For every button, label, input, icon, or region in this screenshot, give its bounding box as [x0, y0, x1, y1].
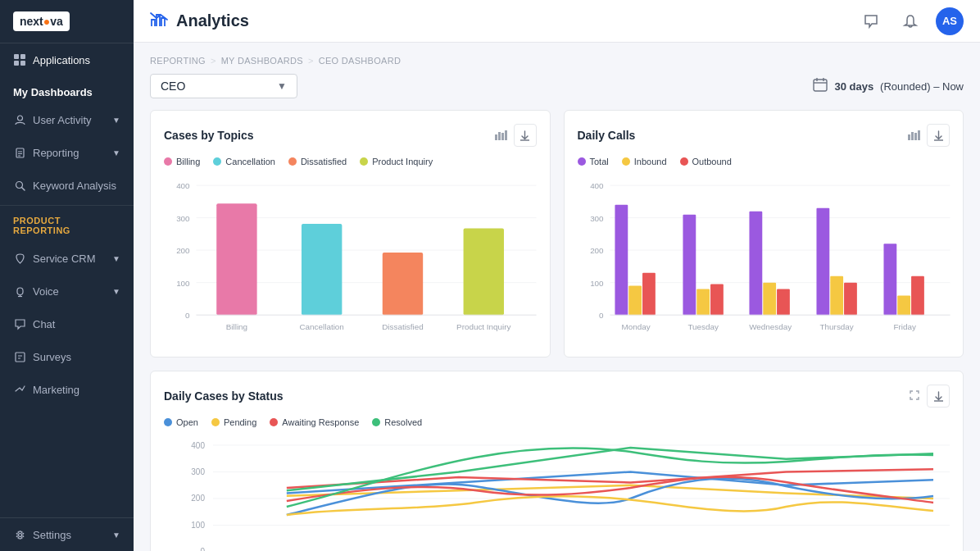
sidebar-item-chat[interactable]: Chat	[0, 307, 134, 340]
sidebar-item-applications[interactable]: Applications	[0, 43, 134, 76]
chevron-icon: ▼	[112, 287, 120, 296]
avatar[interactable]: AS	[936, 7, 964, 35]
chart-title: Daily Calls	[578, 129, 636, 142]
sidebar-item-label: Voice	[33, 285, 59, 298]
user-icon	[13, 113, 26, 126]
calendar-icon[interactable]	[813, 77, 828, 95]
svg-text:0: 0	[599, 311, 604, 320]
sidebar-item-label: Reporting	[33, 147, 79, 159]
sidebar-item-label: Service CRM	[33, 253, 96, 265]
svg-text:400: 400	[176, 181, 190, 190]
legend-label: Resolved	[384, 417, 422, 427]
legend-outbound: Outbound	[680, 157, 732, 166]
legend-dissatisfied: Dissatisfied	[288, 157, 347, 166]
content-area: REPORTING > MY DASHBOARDS > CEO DASHBOAR…	[134, 43, 980, 551]
chart-actions	[907, 124, 950, 147]
svg-rect-21	[495, 134, 497, 140]
svg-text:Cancellation: Cancellation	[299, 322, 343, 331]
svg-text:300: 300	[176, 214, 190, 223]
cases-by-topics-card: Cases by Topics Billing	[150, 110, 551, 357]
svg-rect-77	[897, 295, 910, 315]
legend-color	[578, 157, 586, 166]
sidebar-item-voice[interactable]: Voice ▼	[0, 275, 134, 307]
divider	[0, 205, 134, 206]
analytics-icon	[150, 10, 168, 32]
legend-pending: Pending	[211, 417, 256, 427]
svg-text:300: 300	[191, 467, 205, 476]
legend-cancellation: Cancellation	[213, 157, 275, 166]
svg-text:200: 200	[176, 246, 190, 255]
svg-text:Dissatisfied: Dissatisfied	[382, 322, 424, 331]
svg-text:Tuesday: Tuesday	[687, 322, 719, 331]
svg-text:Monday: Monday	[621, 322, 650, 331]
report-icon	[13, 146, 26, 159]
svg-rect-13	[16, 353, 25, 362]
legend-resolved: Resolved	[372, 417, 422, 427]
svg-text:Friday: Friday	[893, 322, 915, 331]
svg-rect-76	[883, 244, 896, 315]
legend-color	[270, 418, 278, 426]
legend-label: Awaiting Response	[282, 417, 359, 427]
sidebar-item-reporting[interactable]: Reporting ▼	[0, 136, 134, 169]
chat-button[interactable]	[857, 7, 885, 35]
download-button[interactable]	[927, 124, 950, 147]
svg-rect-69	[763, 283, 776, 316]
svg-rect-70	[777, 289, 790, 316]
sidebar-item-marketing[interactable]: Marketing	[0, 373, 134, 406]
svg-rect-74	[844, 283, 857, 316]
svg-text:400: 400	[191, 441, 205, 450]
svg-rect-36	[216, 203, 256, 315]
keyword-icon	[13, 179, 26, 192]
svg-rect-68	[749, 212, 762, 315]
svg-rect-23	[501, 133, 504, 140]
download-button[interactable]	[927, 385, 950, 408]
sidebar-item-settings[interactable]: Settings ▼	[0, 518, 134, 551]
sidebar-item-surveys[interactable]: Surveys	[0, 340, 134, 373]
sidebar-item-product-reporting[interactable]: PRODUCT REPORTING	[0, 209, 134, 242]
svg-text:200: 200	[191, 494, 205, 503]
svg-text:100: 100	[590, 279, 604, 288]
sidebar-item-keyword-analysis[interactable]: Keyword Analysis	[0, 169, 134, 202]
sidebar-item-service-crm[interactable]: Service CRM ▼	[0, 242, 134, 275]
chart-header: Cases by Topics	[164, 124, 537, 147]
sidebar-item-label: Applications	[33, 54, 90, 66]
legend-label: Pending	[224, 417, 256, 427]
sidebar-item-label: Chat	[33, 318, 55, 330]
download-button[interactable]	[514, 124, 537, 147]
notifications-button[interactable]	[896, 7, 924, 35]
svg-text:300: 300	[590, 214, 604, 223]
chevron-icon: ▼	[112, 116, 120, 125]
svg-rect-46	[911, 132, 914, 140]
date-range-days: 30 days	[834, 80, 873, 93]
sidebar-logo: next ● va	[0, 0, 134, 43]
sidebar-item-label: PRODUCT REPORTING	[13, 216, 120, 235]
svg-rect-3	[20, 61, 25, 66]
chart-type-icon[interactable]	[494, 128, 507, 143]
sidebar: next ● va Applications My Dashboards Use…	[0, 0, 134, 551]
svg-rect-45	[908, 134, 910, 140]
legend-color	[164, 418, 172, 426]
svg-point-4	[17, 116, 22, 121]
breadcrumb-sep2: >	[308, 56, 314, 66]
date-range: 30 days (Rounded) – Now	[813, 77, 964, 95]
chart-type-icon[interactable]	[907, 128, 920, 143]
legend-awaiting-response: Awaiting Response	[270, 417, 359, 427]
legend-label: Total	[590, 157, 609, 166]
svg-rect-78	[911, 276, 924, 315]
breadcrumb-sep1: >	[211, 56, 216, 66]
chart-header: Daily Cases by Status	[164, 385, 950, 408]
svg-rect-48	[918, 130, 920, 140]
svg-text:Product Inquiry: Product Inquiry	[456, 322, 510, 331]
svg-text:0: 0	[185, 311, 190, 320]
legend-label: Dissatisfied	[301, 157, 347, 166]
svg-rect-62	[642, 273, 656, 315]
dashboard-dropdown[interactable]: CEO ▼	[150, 74, 297, 98]
legend-color	[164, 157, 172, 166]
logo-text: next	[20, 15, 43, 28]
svg-text:200: 200	[590, 246, 604, 255]
expand-icon[interactable]	[909, 389, 920, 403]
svg-point-16	[18, 533, 21, 536]
logo-text2: va	[50, 15, 63, 28]
svg-rect-73	[830, 276, 843, 315]
sidebar-item-user-activity[interactable]: User Activity ▼	[0, 103, 134, 136]
